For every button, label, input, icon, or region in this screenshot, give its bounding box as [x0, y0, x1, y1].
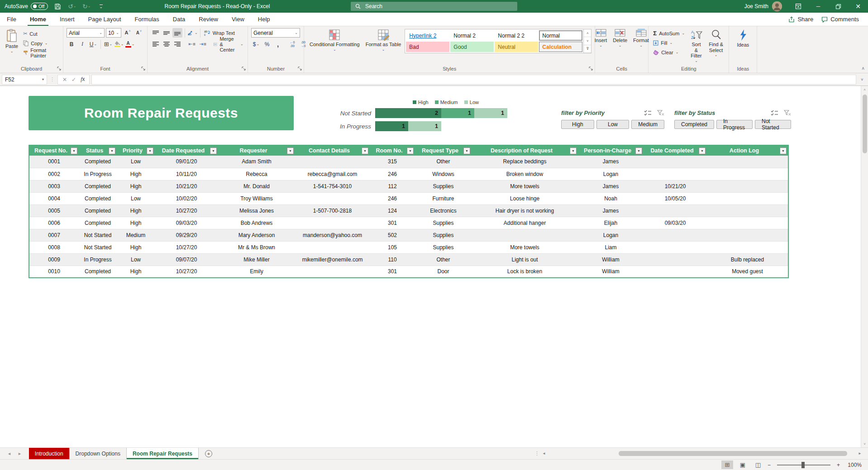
column-header-status[interactable]: Status▼	[79, 145, 117, 156]
font-color-button[interactable]: A⌄	[125, 39, 135, 49]
sheet-tab-introduction[interactable]: Introduction	[29, 448, 70, 459]
increase-decimal-button[interactable]: ←0.00	[287, 39, 297, 49]
cell-r9-c9[interactable]: Light is out	[472, 253, 578, 266]
cell-r6-c1[interactable]: 0006	[29, 217, 79, 229]
cell-r7-c9[interactable]	[472, 229, 578, 241]
column-header-date-completed[interactable]: Date Completed▼	[644, 145, 707, 156]
cell-r7-c5[interactable]: Mary Anderson	[218, 229, 295, 241]
slicer-button-not-started[interactable]: Not Started	[755, 120, 791, 129]
cell-r10-c10[interactable]: William	[578, 266, 644, 278]
cell-r7-c3[interactable]: Medium	[117, 229, 155, 241]
cell-r8-c6[interactable]	[295, 241, 370, 253]
tab-home[interactable]: Home	[23, 13, 53, 26]
undo-button[interactable]: ↺⌄	[67, 1, 77, 11]
cell-r9-c8[interactable]: Other	[415, 253, 472, 266]
cell-r5-c2[interactable]: Completed	[79, 204, 117, 217]
new-sheet-button[interactable]: +	[199, 448, 219, 459]
cell-r2-c10[interactable]: Logan	[578, 168, 644, 180]
clear-filter-icon[interactable]	[657, 110, 664, 116]
cell-r6-c8[interactable]: Supplies	[415, 217, 472, 229]
cell-r3-c12[interactable]	[707, 180, 788, 192]
cell-r8-c2[interactable]: Not Started	[79, 241, 117, 253]
filter-button-status[interactable]: ▼	[109, 147, 115, 154]
cell-r6-c3[interactable]: High	[117, 217, 155, 229]
ideas-button[interactable]: Ideas	[734, 28, 751, 49]
gallery-scroll-up-button[interactable]: ˄	[584, 29, 591, 37]
page-break-view-button[interactable]: ◫	[752, 461, 764, 469]
middle-align-button[interactable]	[162, 28, 172, 38]
share-button[interactable]: Share	[788, 16, 813, 23]
cell-r1-c9[interactable]: Replace beddings	[472, 156, 578, 168]
comma-style-button[interactable]: ,	[273, 39, 283, 49]
cell-r8-c11[interactable]	[644, 241, 707, 253]
tab-file[interactable]: File	[0, 13, 23, 26]
filter-button-room-no[interactable]: ▼	[407, 147, 414, 154]
align-left-button[interactable]	[151, 39, 161, 49]
cell-r10-c11[interactable]	[644, 266, 707, 278]
cell-r8-c5[interactable]: Mr & Ms Brown	[218, 241, 295, 253]
cell-r1-c4[interactable]: 09/01/20	[155, 156, 218, 168]
cell-r9-c11[interactable]	[644, 253, 707, 266]
style-chip-normal[interactable]: Normal	[539, 30, 582, 41]
slicer-button-medium[interactable]: Medium	[631, 120, 664, 129]
cell-r5-c1[interactable]: 0005	[29, 204, 79, 217]
cell-r4-c1[interactable]: 0004	[29, 192, 79, 204]
close-button[interactable]: ✕	[848, 0, 868, 13]
sheet-tab-room-repair-requests[interactable]: Room Repair Requests	[127, 448, 199, 459]
cut-button[interactable]: ✂Cut	[22, 29, 60, 38]
increase-font-size-button[interactable]: A˄	[123, 28, 133, 38]
autosum-button[interactable]: ΣAutoSum⌄	[652, 28, 686, 38]
filter-button-action-log[interactable]: ▼	[780, 147, 787, 154]
sheet-tab-dropdown-options[interactable]: Dropdown Options	[70, 448, 127, 459]
table-row-10[interactable]: 0010CompletedHigh10/27/20Emily301DoorLoc…	[29, 266, 788, 278]
format-cells-button[interactable]: Format ⌄	[631, 28, 651, 47]
cell-r4-c11[interactable]: 10/05/20	[644, 192, 707, 204]
ribbon-display-options-button[interactable]	[788, 0, 808, 13]
alignment-dialog-launcher[interactable]	[242, 66, 246, 71]
tab-help[interactable]: Help	[251, 13, 277, 26]
cell-r4-c4[interactable]: 10/02/20	[155, 192, 218, 204]
font-dialog-launcher[interactable]	[141, 66, 146, 71]
cell-r10-c1[interactable]: 0010	[29, 266, 79, 278]
filter-button-description-of-request[interactable]: ▼	[570, 147, 577, 154]
cell-r3-c3[interactable]: High	[117, 180, 155, 192]
style-chip-normal-2-2[interactable]: Normal 2 2	[495, 30, 538, 41]
cell-r1-c1[interactable]: 0001	[29, 156, 79, 168]
column-header-request-no[interactable]: Request No.▼	[29, 145, 79, 156]
table-row-8[interactable]: 0008Not StartedHigh10/27/20Mr & Ms Brown…	[29, 241, 788, 253]
bold-button[interactable]: B	[67, 39, 76, 49]
cell-r1-c6[interactable]	[295, 156, 370, 168]
cell-r4-c9[interactable]: Loose hinge	[472, 192, 578, 204]
cell-r4-c5[interactable]: Troy Williams	[218, 192, 295, 204]
cell-r4-c12[interactable]	[707, 192, 788, 204]
cell-r6-c6[interactable]	[295, 217, 370, 229]
autosave-pill[interactable]: Off	[31, 3, 48, 10]
next-sheet-button[interactable]: ►	[18, 451, 22, 456]
cell-r3-c1[interactable]: 0003	[29, 180, 79, 192]
scroll-right-arrow-icon[interactable]: ►	[858, 451, 862, 456]
filter-button-contact-details[interactable]: ▼	[362, 147, 368, 154]
column-header-contact-details[interactable]: Contact Details▼	[295, 145, 370, 156]
worksheet[interactable]: Room Repair Requests HighMediumLowNot St…	[0, 86, 868, 447]
insert-cells-button[interactable]: Insert ⌄	[592, 28, 610, 47]
cell-r10-c9[interactable]: Lock is broken	[472, 266, 578, 278]
cell-r1-c12[interactable]	[707, 156, 788, 168]
conditional-formatting-button[interactable]: Conditional Formatting ⌄	[307, 28, 362, 52]
cell-r5-c3[interactable]: High	[117, 204, 155, 217]
clipboard-dialog-launcher[interactable]	[57, 66, 62, 71]
borders-button[interactable]: ⊞⌄	[103, 39, 113, 49]
cell-r1-c7[interactable]: 315	[370, 156, 415, 168]
style-chip-normal-2[interactable]: Normal 2	[450, 30, 494, 41]
cell-r5-c11[interactable]	[644, 204, 707, 217]
name-box[interactable]: F52▾	[2, 75, 47, 85]
zoom-slider[interactable]	[777, 465, 830, 465]
paste-button[interactable]: Paste ⌄	[3, 28, 20, 53]
tab-data[interactable]: Data	[166, 13, 192, 26]
table-row-4[interactable]: 0004CompletedLow10/02/20Troy Williams246…	[29, 192, 788, 204]
cell-r4-c8[interactable]: Furniture	[415, 192, 472, 204]
minimize-button[interactable]: ─	[808, 0, 828, 13]
column-header-request-type[interactable]: Request Type▼	[415, 145, 472, 156]
column-header-description-of-request[interactable]: Description of Request▼	[472, 145, 578, 156]
styles-dialog-launcher[interactable]	[589, 66, 593, 71]
cell-r5-c10[interactable]: James	[578, 204, 644, 217]
